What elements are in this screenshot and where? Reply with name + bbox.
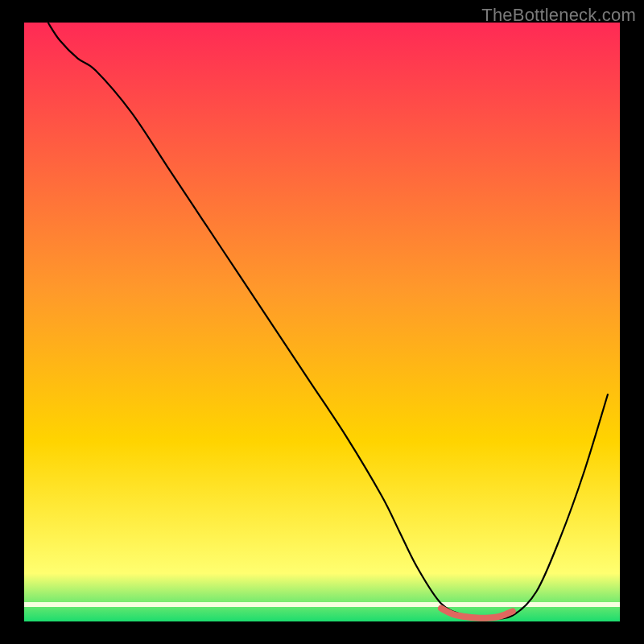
chart-svg <box>0 0 644 644</box>
pale-strip <box>24 602 620 607</box>
watermark-text: TheBottleneck.com <box>481 5 636 26</box>
plot-area <box>24 23 620 621</box>
chart-container: TheBottleneck.com <box>0 0 644 644</box>
